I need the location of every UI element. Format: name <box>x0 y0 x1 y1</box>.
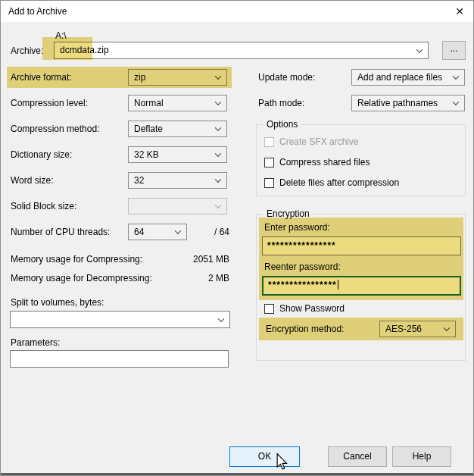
chevron-down-icon[interactable] <box>215 177 221 183</box>
help-button[interactable]: Help <box>392 446 451 467</box>
archive-drive-label: A:\ <box>55 30 67 41</box>
compression-level-label: Compression level: <box>11 98 88 108</box>
close-icon[interactable]: ✕ <box>453 5 466 18</box>
text-caret <box>338 280 338 290</box>
cancel-button[interactable]: Cancel <box>328 446 387 467</box>
update-mode-label: Update mode: <box>258 72 315 83</box>
chevron-down-icon[interactable] <box>444 325 450 331</box>
enter-password-label: Enter password: <box>264 222 330 233</box>
split-volumes-combobox[interactable] <box>10 311 230 328</box>
chevron-down-icon[interactable] <box>453 74 459 80</box>
archive-format-label: Archive format: <box>11 72 72 83</box>
update-mode-combobox[interactable]: Add and replace files <box>351 69 465 86</box>
delete-files-label: Delete files after compression <box>279 177 399 188</box>
title-bar: Add to Archive ✕ <box>1 1 473 22</box>
dialog-title: Add to Archive <box>8 6 67 17</box>
chevron-down-icon[interactable] <box>215 125 221 131</box>
chevron-down-icon[interactable] <box>218 315 224 321</box>
compression-method-label: Compression method: <box>11 124 99 134</box>
parameters-label: Parameters: <box>11 337 60 348</box>
path-mode-combobox[interactable]: Relative pathnames <box>351 95 465 111</box>
archive-label: Archive: <box>11 45 43 56</box>
compression-level-combobox[interactable]: Normal <box>128 95 227 111</box>
dictionary-size-combobox[interactable]: 32 KB <box>128 146 227 163</box>
chevron-down-icon[interactable] <box>215 74 221 80</box>
archive-name-combobox[interactable]: dcmdata.zip <box>54 42 429 59</box>
memory-decompressing-value: 2 MB <box>154 273 229 283</box>
mouse-cursor-icon <box>276 453 288 470</box>
compress-shared-label: Compress shared files <box>279 157 370 168</box>
chevron-down-icon <box>215 202 221 208</box>
browse-button[interactable]: ... <box>442 41 466 60</box>
compression-level-value: Normal <box>134 98 164 108</box>
reenter-password-label: Reenter password: <box>264 261 341 272</box>
enter-password-field[interactable]: **************** <box>262 236 461 255</box>
show-password-label: Show Password <box>279 303 345 314</box>
parameters-input[interactable] <box>10 350 229 368</box>
chevron-down-icon[interactable] <box>175 228 181 234</box>
archive-name-value: dcmdata.zip <box>60 45 109 55</box>
word-size-label: Word size: <box>11 175 53 186</box>
encryption-group-title: Encryption <box>264 208 313 219</box>
memory-compressing-value: 2051 MB <box>154 254 229 265</box>
compress-shared-checkbox[interactable] <box>264 158 274 168</box>
compression-method-value: Deflate <box>134 124 163 134</box>
chevron-down-icon[interactable] <box>215 151 221 157</box>
split-volumes-label: Split to volumes, bytes: <box>11 297 104 308</box>
chevron-down-icon[interactable] <box>453 99 459 105</box>
word-size-combobox[interactable]: 32 <box>128 172 227 189</box>
path-mode-value: Relative pathnames <box>357 98 438 108</box>
solid-block-size-label: Solid Block size: <box>11 201 76 211</box>
add-to-archive-dialog: Add to Archive ✕ Archive: A:\ dcmdata.zi… <box>0 0 474 476</box>
reenter-password-value: **************** <box>268 280 337 290</box>
chevron-down-icon[interactable] <box>215 99 221 105</box>
options-group-title: Options <box>264 119 301 130</box>
encryption-method-value: AES-256 <box>385 324 422 334</box>
path-mode-label: Path mode: <box>258 98 304 108</box>
screen-bottom-strip <box>1 473 473 475</box>
encryption-method-label: Encryption method: <box>266 324 344 334</box>
update-mode-value: Add and replace files <box>357 72 442 83</box>
compression-method-combobox[interactable]: Deflate <box>128 121 227 137</box>
create-sfx-checkbox <box>264 137 274 147</box>
chevron-down-icon[interactable] <box>416 46 423 52</box>
dictionary-size-value: 32 KB <box>134 149 159 160</box>
cpu-threads-value: 64 <box>134 227 144 237</box>
cpu-threads-max: / 64 <box>192 227 229 237</box>
archive-format-value: zip <box>134 72 145 83</box>
create-sfx-label: Create SFX archive <box>279 136 359 147</box>
enter-password-value: **************** <box>267 240 336 251</box>
encryption-method-combobox[interactable]: AES-256 <box>379 321 456 337</box>
word-size-value: 32 <box>134 175 144 186</box>
delete-files-checkbox[interactable] <box>264 178 274 188</box>
memory-compressing-label: Memory usage for Compressing: <box>11 254 142 265</box>
cpu-threads-combobox[interactable]: 64 <box>128 224 187 240</box>
archive-format-combobox[interactable]: zip <box>128 69 227 86</box>
dictionary-size-label: Dictionary size: <box>11 149 72 160</box>
solid-block-size-combobox <box>128 198 227 215</box>
cpu-threads-label: Number of CPU threads: <box>11 227 110 237</box>
ok-button[interactable]: OK <box>229 446 300 467</box>
show-password-checkbox[interactable] <box>264 304 274 314</box>
memory-decompressing-label: Memory usage for Decompressing: <box>11 273 152 283</box>
reenter-password-field[interactable]: **************** <box>262 276 461 296</box>
